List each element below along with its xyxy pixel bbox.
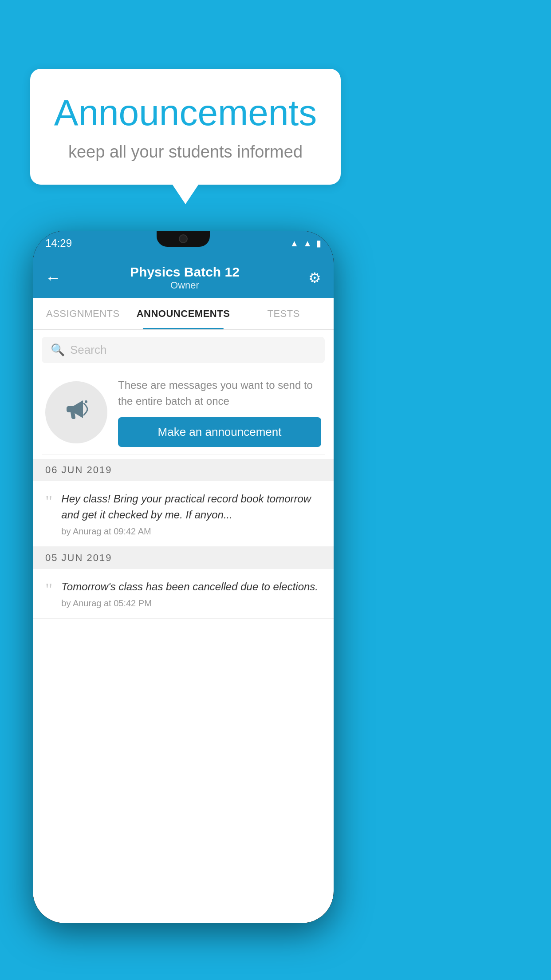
announcements-subtitle: keep all your students informed <box>51 142 319 162</box>
announcement-body-2: Tomorrow's class has been cancelled due … <box>61 579 321 609</box>
quote-icon-1: " <box>45 493 52 510</box>
notch <box>157 231 210 247</box>
announcement-meta-2: by Anurag at 05:42 PM <box>61 598 151 608</box>
promo-content: These are messages you want to send to t… <box>118 377 321 447</box>
announcement-item-2[interactable]: " Tomorrow's class has been cancelled du… <box>33 569 334 619</box>
phone-frame: 14:29 ▲ ▲ ▮ ← Physics Batch 12 Owner ⚙ A… <box>33 231 334 923</box>
quote-icon-2: " <box>45 581 52 598</box>
speech-bubble-container: Announcements keep all your students inf… <box>30 69 341 185</box>
megaphone-icon <box>61 394 92 431</box>
announcement-text-1: Hey class! Bring your practical record b… <box>61 491 321 523</box>
front-camera <box>179 234 188 243</box>
announcement-item-1[interactable]: " Hey class! Bring your practical record… <box>33 481 334 547</box>
announcement-body-1: Hey class! Bring your practical record b… <box>61 491 321 537</box>
tab-assignments[interactable]: ASSIGNMENTS <box>33 298 133 329</box>
announcements-title: Announcements <box>51 92 319 134</box>
phone-content: 🔍 Search These are message <box>33 330 334 923</box>
announcement-text-2: Tomorrow's class has been cancelled due … <box>61 579 321 595</box>
tab-announcements[interactable]: ANNOUNCEMENTS <box>133 298 234 329</box>
wifi-icon: ▲ <box>290 238 299 249</box>
search-icon: 🔍 <box>51 343 65 357</box>
tab-tests[interactable]: TESTS <box>233 298 334 329</box>
search-placeholder: Search <box>70 343 106 357</box>
back-button[interactable]: ← <box>45 269 61 287</box>
tab-bar: ASSIGNMENTS ANNOUNCEMENTS TESTS <box>33 298 334 330</box>
status-bar: 14:29 ▲ ▲ ▮ <box>33 231 334 256</box>
status-icons: ▲ ▲ ▮ <box>290 238 321 249</box>
app-header: ← Physics Batch 12 Owner ⚙ <box>33 256 334 298</box>
date-separator-1: 06 JUN 2019 <box>33 459 334 481</box>
search-bar[interactable]: 🔍 Search <box>42 337 325 363</box>
announcement-meta-1: by Anurag at 09:42 AM <box>61 526 151 536</box>
speech-bubble: Announcements keep all your students inf… <box>30 69 341 185</box>
promo-icon-circle <box>45 381 107 443</box>
promo-description: These are messages you want to send to t… <box>118 377 321 409</box>
signal-icon: ▲ <box>303 238 312 249</box>
settings-button[interactable]: ⚙ <box>308 269 321 286</box>
batch-role: Owner <box>130 280 240 291</box>
battery-icon: ▮ <box>316 238 321 249</box>
date-separator-2: 05 JUN 2019 <box>33 547 334 569</box>
svg-point-0 <box>85 400 87 403</box>
phone-inner: 14:29 ▲ ▲ ▮ ← Physics Batch 12 Owner ⚙ A… <box>33 231 334 923</box>
make-announcement-button[interactable]: Make an announcement <box>118 417 321 447</box>
status-time: 14:29 <box>45 237 72 249</box>
batch-title: Physics Batch 12 <box>130 265 240 280</box>
promo-card: These are messages you want to send to t… <box>42 370 325 454</box>
header-title-block: Physics Batch 12 Owner <box>130 265 240 291</box>
